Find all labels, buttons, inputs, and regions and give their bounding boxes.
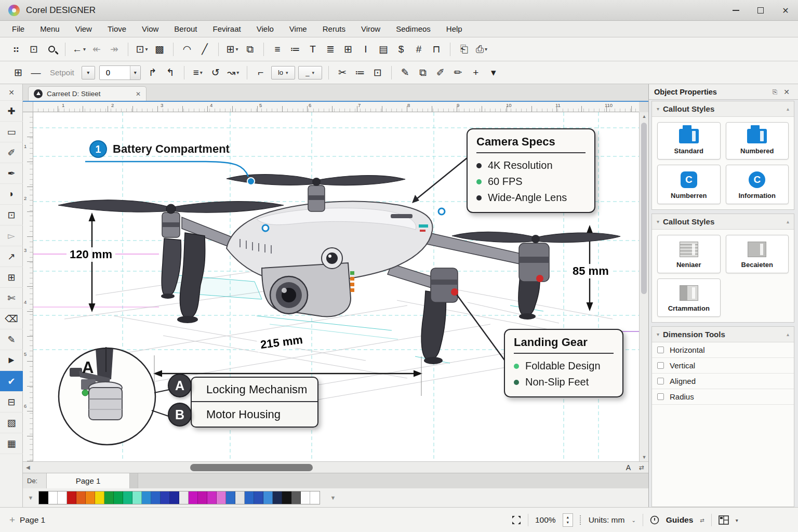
- menu-item-virow[interactable]: Virow: [353, 21, 388, 37]
- scroll-left-icon[interactable]: ◀: [26, 462, 30, 473]
- snap-options-icon[interactable]: ⠶: [7, 41, 25, 58]
- shape-tool[interactable]: ◗: [0, 184, 23, 205]
- align-center-icon[interactable]: ≡: [269, 41, 286, 58]
- checkbox-icon[interactable]: [657, 378, 664, 384]
- dimension-label-120mm[interactable]: 120 mm: [66, 247, 115, 262]
- palette-swatch[interactable]: [142, 491, 151, 504]
- menu-item-berout[interactable]: Berout: [166, 21, 205, 37]
- guides-toggle[interactable]: Guides: [666, 515, 694, 525]
- scroll-up-icon[interactable]: ▲: [640, 112, 649, 121]
- stepper-down-icon[interactable]: ▾: [567, 520, 569, 525]
- dimension-option-radius[interactable]: Radius: [652, 389, 794, 405]
- menu-item-feviraat[interactable]: Feviraat: [205, 21, 249, 37]
- knife-tool[interactable]: ✐: [0, 142, 23, 163]
- pick-plus-tool[interactable]: ✚: [0, 101, 23, 122]
- page-tab-active[interactable]: Page 1: [47, 473, 130, 488]
- battery-callout-label[interactable]: Battery Compartment: [113, 142, 230, 156]
- terminator-icon[interactable]: ⌐: [252, 64, 270, 82]
- callout-badge-a[interactable]: A: [168, 374, 192, 397]
- vertical-scrollbar[interactable]: ▲ ▼: [639, 112, 648, 461]
- palette-swatch[interactable]: [198, 491, 207, 504]
- workspace-grid-icon[interactable]: [719, 515, 729, 525]
- style-button-becaieten[interactable]: Becaieten: [726, 235, 789, 273]
- add-node-icon[interactable]: +: [467, 64, 485, 82]
- collapse-icon[interactable]: ▾: [657, 219, 659, 224]
- timer-icon[interactable]: ⊞▾: [223, 41, 241, 58]
- horizontal-scrollbar[interactable]: ◀ A ⇄: [23, 461, 648, 473]
- menu-item-vielo[interactable]: Vielo: [249, 21, 282, 37]
- palette-swatch[interactable]: [170, 491, 179, 504]
- menu-item-reruts[interactable]: Reruts: [315, 21, 353, 37]
- numbered-list-icon[interactable]: ≣: [322, 41, 339, 58]
- check-tool[interactable]: ✔: [0, 371, 23, 392]
- dimension-option-aligned[interactable]: Aligned: [652, 374, 794, 389]
- scissors-tool[interactable]: ✄: [0, 288, 23, 309]
- no-cut-icon[interactable]: ✂: [334, 64, 351, 82]
- style-button-crtammation[interactable]: Crtammation: [657, 278, 721, 317]
- page-tab-partial[interactable]: De:: [23, 473, 47, 488]
- document-tab[interactable]: Carreet D: Stiieet ✕: [28, 86, 147, 101]
- rectangle-tool[interactable]: ▭: [0, 122, 23, 142]
- palette-swatch[interactable]: [263, 491, 273, 504]
- step-forward-icon[interactable]: ↠: [105, 41, 123, 58]
- close-button[interactable]: ✕: [773, 0, 798, 21]
- palette-swatch[interactable]: [254, 491, 263, 504]
- camera-specs-callout[interactable]: Camera Specs 4K Resolution60 FPSWide-Ang…: [467, 128, 595, 213]
- palette-swatch[interactable]: [179, 491, 189, 504]
- palette-swatch[interactable]: [76, 491, 86, 504]
- palette-swatch[interactable]: [86, 491, 95, 504]
- corner-up-icon[interactable]: ↱: [144, 64, 162, 82]
- paste-node-icon[interactable]: ⊞: [9, 64, 27, 82]
- guides-arrow-icon[interactable]: ⇄: [700, 517, 704, 523]
- checkbox-icon[interactable]: [657, 347, 664, 353]
- palette-swatch[interactable]: [301, 491, 310, 504]
- corner-angle-icon[interactable]: ↰: [162, 64, 179, 82]
- zoom-stepper[interactable]: ▴ ▾: [563, 513, 573, 527]
- fullscreen-icon[interactable]: [512, 515, 521, 525]
- locking-mechanism-label[interactable]: Locking Mechanism: [192, 378, 317, 402]
- checkbox-icon[interactable]: [657, 362, 664, 369]
- battery-callout[interactable]: 1 Battery Compartment: [89, 140, 230, 158]
- pencil-icon[interactable]: ✎: [396, 64, 414, 82]
- frame-place-tool[interactable]: ⊞: [0, 267, 23, 288]
- units-chevron-icon[interactable]: ⌄: [631, 517, 635, 523]
- palette-swatch[interactable]: [207, 491, 217, 504]
- detail-view-circle[interactable]: [59, 347, 155, 445]
- workspace-dropdown-icon[interactable]: ▾: [736, 517, 738, 523]
- menu-item-tiove[interactable]: Tiove: [100, 21, 134, 37]
- frame-wide-icon[interactable]: ⊓: [428, 41, 445, 58]
- stepper-up-icon[interactable]: ▴: [567, 515, 569, 520]
- pick-tool[interactable]: ►: [0, 350, 23, 371]
- palette-right-arrow-icon[interactable]: ▼: [325, 495, 341, 501]
- menu-item-help[interactable]: Help: [438, 21, 470, 37]
- menu-item-view[interactable]: View: [68, 21, 100, 37]
- print-icon[interactable]: ⎙▾: [473, 41, 490, 58]
- palette-left-arrow-icon[interactable]: ▼: [23, 495, 38, 501]
- table-tool[interactable]: ▦: [0, 433, 23, 454]
- palette-swatch[interactable]: [310, 491, 320, 504]
- palette-swatch[interactable]: [151, 491, 161, 504]
- style-button-numberren[interactable]: CNumberren: [657, 165, 721, 204]
- pen-nib-icon[interactable]: ✐: [432, 64, 449, 82]
- style-button-information[interactable]: CInformation: [726, 165, 789, 204]
- arc-tool-icon[interactable]: ◠: [178, 41, 196, 58]
- panel-dock-icon[interactable]: ⎘: [769, 88, 781, 96]
- panel-close-icon[interactable]: ✕: [780, 88, 793, 96]
- palette-swatch[interactable]: [189, 491, 198, 504]
- menu-item-viow[interactable]: Viow: [134, 21, 166, 37]
- palette-swatch[interactable]: [58, 491, 67, 504]
- palette-swatch[interactable]: [235, 491, 245, 504]
- currency-icon[interactable]: $: [392, 41, 410, 58]
- vertical-scroll-thumb[interactable]: [641, 123, 647, 294]
- setpoint-value-input-dropdown-icon[interactable]: ▾: [130, 66, 140, 79]
- style-button-neniaer[interactable]: Neniaer: [657, 235, 721, 273]
- palette-swatch[interactable]: [132, 491, 142, 504]
- outline-width-icon[interactable]: ≡▾: [189, 64, 207, 82]
- symbol-hash-icon[interactable]: #: [410, 41, 428, 58]
- setpoint-value-input[interactable]: ▾: [99, 65, 141, 80]
- connector-tool[interactable]: ↗: [0, 246, 23, 267]
- zoom-tool-icon[interactable]: [43, 41, 60, 58]
- palette-swatch[interactable]: [114, 491, 123, 504]
- collapse-icon[interactable]: ▾: [657, 331, 659, 337]
- palette-swatch[interactable]: [95, 491, 104, 504]
